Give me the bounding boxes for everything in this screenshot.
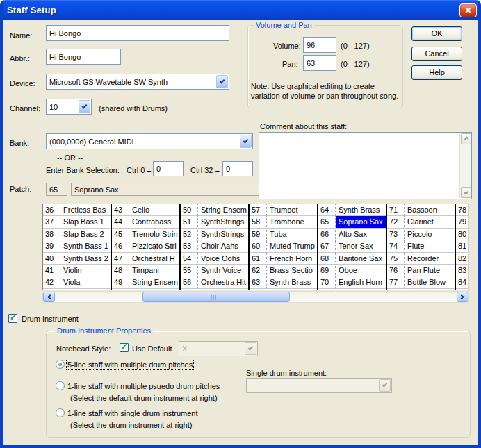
patch-name-cell[interactable]: Violin: [60, 265, 111, 276]
chevron-down-icon[interactable]: [216, 75, 228, 88]
patch-name-cell[interactable]: Synth Bass 1: [60, 240, 111, 252]
patch-number-cell[interactable]: 38: [43, 229, 60, 240]
patch-name-cell[interactable]: Piccolo: [405, 229, 455, 240]
patch-number-cell[interactable]: 54: [181, 253, 198, 265]
patch-name-cell[interactable]: Choir Aahs: [198, 240, 248, 252]
comment-textarea[interactable]: [259, 132, 472, 199]
channel-combobox[interactable]: 10: [46, 99, 92, 115]
cancel-button[interactable]: Cancel: [411, 47, 462, 61]
patch-name-cell[interactable]: Trombone: [267, 216, 317, 228]
patch-name-cell[interactable]: Brass Sectio: [267, 265, 317, 276]
patch-number-cell[interactable]: 41: [43, 265, 60, 276]
patch-number-cell[interactable]: 46: [112, 240, 129, 252]
patch-number-cell[interactable]: 37: [43, 216, 60, 228]
patch-number-cell[interactable]: 45: [112, 229, 129, 240]
patch-number-cell[interactable]: 57: [250, 204, 267, 216]
patch-number-cell[interactable]: 56: [181, 276, 198, 288]
patch-number-cell[interactable]: 62: [250, 265, 267, 276]
drum-instrument-label[interactable]: Drum Instrument: [22, 315, 79, 323]
patch-number-cell[interactable]: 43: [112, 204, 129, 216]
scroll-right-icon[interactable]: [457, 292, 468, 302]
patch-name-cell[interactable]: Alto Sax: [336, 229, 386, 240]
patch-number-cell[interactable]: 64: [318, 204, 336, 216]
patch-name-cell[interactable]: Synth Brass: [336, 204, 386, 216]
patch-number-cell[interactable]: 75: [387, 253, 405, 265]
chevron-down-icon[interactable]: [79, 100, 90, 113]
close-icon[interactable]: ✕: [459, 3, 477, 17]
patch-name-cell[interactable]: Baritone Sax: [336, 253, 386, 265]
patch-name-cell[interactable]: Bassoon: [405, 204, 455, 216]
patch-number-cell[interactable]: 66: [318, 229, 336, 240]
patch-name-cell[interactable]: Contrabass: [129, 216, 179, 228]
scrollbar-thumb[interactable]: [142, 292, 290, 302]
radio-1line-multi[interactable]: [56, 381, 65, 390]
drum-instrument-checkbox[interactable]: [8, 314, 17, 323]
patch-name-cell[interactable]: Orchestral H: [129, 253, 179, 265]
patch-name-cell[interactable]: Flute: [405, 240, 455, 252]
use-default-checkbox[interactable]: [120, 343, 129, 352]
patch-number-cell[interactable]: 83: [456, 265, 469, 276]
patch-name-cell[interactable]: Recorder: [405, 253, 455, 265]
patch-number-cell[interactable]: 80: [456, 229, 469, 240]
bank-combobox[interactable]: (000,000d) General MIDI: [46, 133, 253, 149]
patch-name-cell[interactable]: Viola: [60, 276, 111, 288]
volume-input[interactable]: 96: [303, 37, 336, 53]
patch-name-cell[interactable]: SynthStrings: [198, 216, 248, 228]
patch-number-cell[interactable]: 49: [112, 276, 129, 288]
help-button[interactable]: Help: [411, 65, 462, 80]
patch-number-cell[interactable]: 47: [112, 253, 129, 265]
patch-number-cell[interactable]: 68: [318, 253, 336, 265]
patch-number-cell[interactable]: 50: [181, 204, 198, 216]
patch-name-cell[interactable]: Slap Bass 2: [60, 229, 111, 240]
scroll-left-icon[interactable]: [43, 292, 55, 302]
pan-input[interactable]: 63: [303, 55, 336, 71]
chevron-down-icon[interactable]: [240, 135, 252, 148]
patch-name-cell[interactable]: SynthStrings: [198, 229, 248, 240]
ok-button[interactable]: OK: [411, 26, 462, 41]
patch-name-cell[interactable]: Voice Oohs: [198, 253, 248, 265]
patch-number-cell[interactable]: 60: [250, 240, 267, 252]
patch-name-cell[interactable]: Tremolo Strin: [129, 229, 179, 240]
name-input[interactable]: Hi Bongo: [46, 25, 229, 41]
patch-number-cell[interactable]: 76: [387, 265, 405, 276]
patch-name-cell[interactable]: Cello: [129, 204, 179, 216]
use-default-label[interactable]: Use Default: [132, 345, 172, 353]
patch-name-cell[interactable]: Trumpet: [267, 204, 317, 216]
patch-name-cell[interactable]: String Ensem: [129, 276, 179, 288]
scroll-up-icon[interactable]: [461, 133, 471, 144]
comment-scrollbar[interactable]: [459, 133, 471, 198]
patch-number-cell[interactable]: 61: [250, 253, 267, 265]
ctrl0-input[interactable]: 0: [153, 161, 184, 176]
patch-number-cell[interactable]: 63: [250, 276, 267, 288]
patch-number-cell[interactable]: 59: [250, 229, 267, 240]
patch-number-cell[interactable]: 84: [456, 276, 469, 288]
patch-name-cell[interactable]: Bottle Blow: [405, 276, 455, 288]
radio-1line-single[interactable]: [56, 408, 65, 417]
radio-5line-staff[interactable]: [56, 360, 65, 369]
patch-number-cell[interactable]: 78: [456, 204, 469, 216]
patch-number-cell[interactable]: 79: [456, 216, 469, 228]
patch-name-cell[interactable]: String Ensem: [198, 204, 248, 216]
patch-number-cell[interactable]: 77: [387, 276, 405, 288]
patch-name-cell[interactable]: Pizzicato Stri: [129, 240, 179, 252]
patch-name-cell[interactable]: Synth Brass: [267, 276, 317, 288]
patch-name-cell[interactable]: Clarinet: [405, 216, 455, 228]
patch-number-cell[interactable]: 74: [387, 240, 405, 252]
patch-number-cell[interactable]: 42: [43, 276, 60, 288]
patch-number-cell[interactable]: 70: [318, 276, 336, 288]
radio-5line-staff-label[interactable]: 5-line staff with multiple drum pitches: [67, 360, 193, 369]
title-bar[interactable]: Staff Setup ✕: [0, 0, 481, 20]
patch-name-cell[interactable]: Synth Bass 2: [60, 253, 111, 265]
patch-number-cell[interactable]: 48: [112, 265, 129, 276]
radio-1line-single-label[interactable]: 1-line staff with single drum instrument: [67, 409, 198, 417]
patch-name-cell[interactable]: Timpani: [129, 265, 179, 276]
patch-number-cell[interactable]: 58: [250, 216, 267, 228]
patch-name-cell[interactable]: Orchestra Hit: [198, 276, 248, 288]
patch-number-cell[interactable]: 51: [181, 216, 198, 228]
patch-name-cell[interactable]: French Horn: [267, 253, 317, 265]
patch-number-cell[interactable]: 36: [43, 204, 60, 216]
patch-number-cell[interactable]: 72: [387, 216, 405, 228]
patch-name-cell[interactable]: Synth Voice: [198, 265, 248, 276]
patch-number-cell[interactable]: 65: [318, 216, 336, 228]
ctrl32-input[interactable]: 0: [222, 161, 253, 176]
